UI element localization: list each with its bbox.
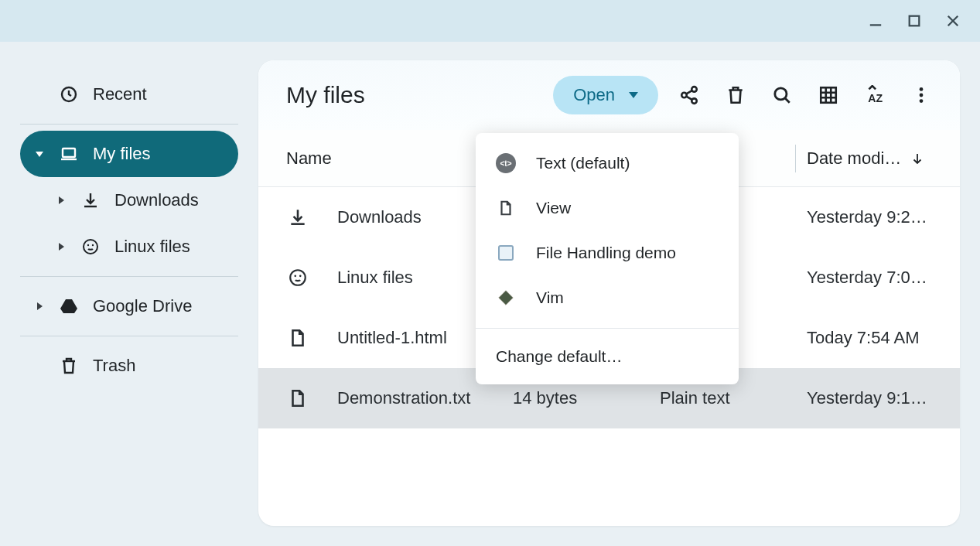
share-button[interactable] <box>674 80 705 111</box>
linux-icon <box>286 268 309 288</box>
maximize-button[interactable] <box>907 14 921 28</box>
sidebar-item-label: Downloads <box>114 190 199 210</box>
trash-icon <box>59 356 79 376</box>
menu-item-label: Text (default) <box>536 154 630 172</box>
download-icon <box>80 190 101 210</box>
open-button-label: Open <box>573 85 615 105</box>
window-titlebar <box>0 0 980 42</box>
svg-line-19 <box>686 90 691 94</box>
svg-line-20 <box>686 97 691 100</box>
svg-marker-37 <box>499 291 513 305</box>
text-app-icon: <t> <box>496 153 516 173</box>
svg-marker-14 <box>37 302 43 310</box>
col-name-header[interactable]: Name <box>286 148 493 169</box>
svg-point-12 <box>87 244 89 246</box>
svg-point-30 <box>920 94 924 97</box>
vim-icon <box>496 288 516 308</box>
svg-point-29 <box>920 87 924 91</box>
file-type: Plain text <box>660 388 807 408</box>
svg-text:AZ: AZ <box>868 92 883 104</box>
svg-rect-6 <box>63 148 75 157</box>
laptop-icon <box>59 144 79 164</box>
svg-point-11 <box>84 240 97 254</box>
svg-point-35 <box>294 275 296 278</box>
clock-icon <box>59 84 79 104</box>
file-size: 14 bytes <box>513 388 660 408</box>
col-date-label: Date modi… <box>807 148 901 169</box>
sidebar-item-linux-files[interactable]: Linux files <box>42 224 238 270</box>
grid-view-button[interactable] <box>813 80 844 111</box>
svg-line-22 <box>785 98 790 103</box>
menu-item-label: View <box>536 199 571 217</box>
svg-point-31 <box>920 99 924 103</box>
open-button[interactable]: Open <box>553 76 658 114</box>
open-with-menu-item[interactable]: View <box>476 186 739 230</box>
column-divider <box>795 145 796 172</box>
svg-rect-23 <box>821 87 836 103</box>
sidebar-item-label: Trash <box>93 356 135 376</box>
svg-marker-15 <box>60 299 77 313</box>
collapse-caret-icon <box>34 149 45 159</box>
file-date: Yesterday 9:2… <box>807 207 938 227</box>
svg-point-36 <box>299 275 302 278</box>
page-title: My files <box>286 82 538 108</box>
svg-point-34 <box>290 270 306 285</box>
sidebar-item-my-files[interactable]: My files <box>20 131 238 177</box>
sidebar-item-recent[interactable]: Recent <box>20 71 238 118</box>
sidebar-item-label: Linux files <box>114 237 190 257</box>
open-with-menu-item[interactable]: <t>Text (default) <box>476 141 739 186</box>
sidebar-item-label: Google Drive <box>93 296 192 316</box>
svg-point-17 <box>681 93 687 98</box>
sidebar: Recent My files Downloads <box>0 42 258 546</box>
svg-point-18 <box>691 98 697 103</box>
menu-item-label: Vim <box>536 288 564 307</box>
sort-button[interactable]: AZ <box>859 80 890 111</box>
open-with-menu: <t>Text (default)ViewFile Handling demoV… <box>476 133 739 384</box>
linux-icon <box>80 237 101 257</box>
file-name: Demonstration.txt <box>337 388 513 408</box>
open-with-menu-item[interactable]: Vim <box>476 275 739 320</box>
svg-point-13 <box>92 244 94 246</box>
expand-caret-icon <box>34 302 45 311</box>
expand-caret-icon <box>56 242 67 251</box>
file-date: Today 7:54 AM <box>807 328 938 348</box>
col-date-header[interactable]: Date modi… <box>807 148 938 169</box>
sidebar-item-trash[interactable]: Trash <box>20 343 238 389</box>
arrow-down-icon <box>910 152 924 166</box>
menu-item-label: File Handling demo <box>536 244 676 262</box>
sidebar-item-label: My files <box>93 144 151 164</box>
minimize-button[interactable] <box>869 14 883 28</box>
search-button[interactable] <box>767 80 797 111</box>
change-default-menu-item[interactable]: Change default… <box>476 329 739 384</box>
sidebar-item-google-drive[interactable]: Google Drive <box>20 283 238 329</box>
svg-point-21 <box>775 88 787 100</box>
close-button[interactable] <box>946 14 960 28</box>
chevron-down-icon <box>629 92 638 98</box>
sidebar-item-downloads[interactable]: Downloads <box>42 177 238 224</box>
svg-marker-8 <box>59 196 64 204</box>
main-panel: My files Open AZ <box>258 60 960 526</box>
more-button[interactable] <box>906 80 937 111</box>
drive-icon <box>59 296 79 316</box>
toolbar: My files Open AZ <box>258 60 960 130</box>
download-icon <box>286 207 309 227</box>
open-with-menu-item[interactable]: File Handling demo <box>476 230 739 275</box>
file-date: Yesterday 7:0… <box>807 268 938 288</box>
app-icon <box>496 243 516 263</box>
svg-rect-1 <box>910 16 920 26</box>
file-icon <box>286 388 309 408</box>
svg-point-16 <box>691 87 697 92</box>
file-icon <box>286 328 309 348</box>
delete-button[interactable] <box>720 80 751 111</box>
file-date: Yesterday 9:1… <box>807 388 938 408</box>
menu-item-label: Change default… <box>496 347 622 366</box>
file-icon <box>496 198 516 218</box>
svg-marker-10 <box>59 243 64 251</box>
sidebar-item-label: Recent <box>93 84 147 104</box>
svg-marker-5 <box>36 152 43 157</box>
expand-caret-icon <box>56 196 67 205</box>
